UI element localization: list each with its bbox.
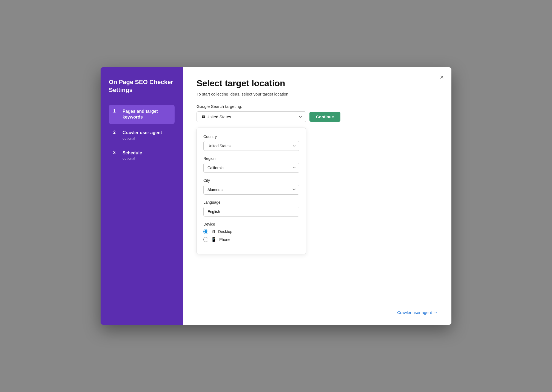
sidebar-item-schedule[interactable]: 3 Schedule optional (109, 146, 175, 165)
crawler-user-agent-link[interactable]: Crawler user agent → (397, 310, 438, 315)
modal-title: Select target location (197, 78, 438, 88)
sidebar-item-content-2: Crawler user agent optional (123, 130, 162, 140)
sidebar-item-content-3: Schedule optional (123, 150, 142, 161)
sidebar-item-label-1: Pages and target keywords (123, 109, 170, 120)
continue-button[interactable]: Continue (309, 112, 340, 122)
device-label-phone: Phone (219, 237, 230, 242)
device-option-phone[interactable]: 📱 Phone (203, 237, 299, 242)
modal-overlay: On Page SEO Checker Settings 1 Pages and… (101, 67, 451, 325)
device-radio-desktop[interactable] (203, 229, 208, 234)
sidebar-item-label-2: Crawler user agent (123, 130, 162, 136)
sidebar-title: On Page SEO Checker Settings (109, 78, 175, 94)
dropdown-panel: Country United States Region California … (197, 128, 306, 254)
country-select[interactable]: United States (203, 141, 299, 151)
city-field-group: City Alameda (203, 178, 299, 195)
main-content: × Select target location To start collec… (183, 67, 451, 325)
sidebar-item-label-3: Schedule (123, 150, 142, 156)
language-input[interactable] (203, 207, 299, 217)
device-field-group: Device 🖥 Desktop 📱 Phone (203, 222, 299, 242)
sidebar-item-pages[interactable]: 1 Pages and target keywords (109, 105, 175, 124)
google-search-label: Google Search targeting: (197, 104, 438, 109)
region-label: Region (203, 156, 299, 161)
region-field-group: Region California (203, 156, 299, 173)
language-field-group: Language (203, 200, 299, 217)
sidebar-item-content-1: Pages and target keywords (123, 109, 170, 120)
device-label-desktop: Desktop (218, 229, 232, 234)
language-label: Language (203, 200, 299, 204)
sidebar-item-sublabel-2: optional (123, 136, 162, 140)
city-select[interactable]: Alameda (203, 185, 299, 195)
city-label: City (203, 178, 299, 183)
device-option-desktop[interactable]: 🖥 Desktop (203, 229, 299, 234)
modal-subtitle: To start collecting ideas, select your t… (197, 92, 438, 96)
phone-icon: 📱 (211, 237, 217, 242)
region-select[interactable]: California (203, 163, 299, 173)
main-location-select[interactable]: 🖥 United States (197, 111, 306, 122)
sidebar-item-number-2: 2 (113, 130, 119, 135)
country-label: Country (203, 134, 299, 139)
sidebar-item-sublabel-3: optional (123, 156, 142, 160)
top-row: 🖥 United States Continue (197, 111, 438, 122)
crawler-link-arrow: → (434, 310, 438, 315)
country-field-group: Country United States (203, 134, 299, 151)
sidebar-item-crawler[interactable]: 2 Crawler user agent optional (109, 126, 175, 144)
close-button[interactable]: × (439, 73, 445, 82)
device-label: Device (203, 222, 299, 226)
sidebar-item-number-3: 3 (113, 150, 119, 155)
desktop-icon: 🖥 (211, 229, 215, 234)
device-radio-phone[interactable] (203, 237, 208, 242)
sidebar: On Page SEO Checker Settings 1 Pages and… (101, 67, 183, 325)
sidebar-item-number-1: 1 (113, 109, 119, 114)
crawler-link-text: Crawler user agent (397, 310, 432, 315)
